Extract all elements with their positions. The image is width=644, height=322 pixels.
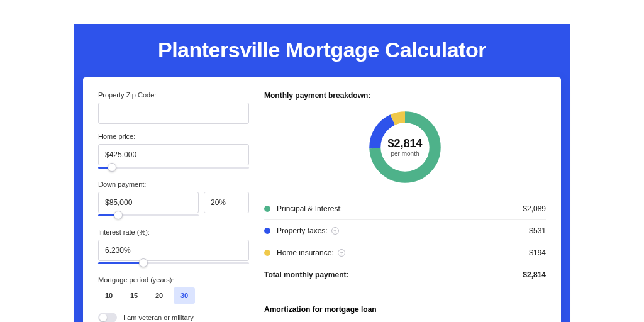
amortization-section: Amortization for mortgage loan Amortizat… — [264, 296, 546, 322]
breakdown-title: Monthly payment breakdown: — [264, 91, 546, 100]
hero-banner: Plantersville Mortgage Calculator Proper… — [74, 24, 570, 322]
total-value: $2,814 — [523, 270, 546, 279]
calculator-card: Property Zip Code: Home price: Down paym… — [83, 77, 561, 322]
period-button-15[interactable]: 15 — [123, 287, 145, 304]
down-payment-slider[interactable] — [98, 212, 199, 219]
line-item-value: $531 — [529, 226, 546, 235]
interest-rate-slider[interactable] — [98, 260, 249, 267]
home-price-slider[interactable] — [98, 164, 249, 172]
form-panel: Property Zip Code: Home price: Down paym… — [98, 91, 249, 322]
page-title: Plantersville Mortgage Calculator — [158, 38, 486, 62]
payment-donut-chart: $2,814 per month — [365, 108, 445, 187]
info-icon[interactable]: ? — [331, 227, 339, 235]
interest-rate-input[interactable] — [98, 240, 249, 261]
line-item-value: $194 — [529, 248, 546, 257]
down-payment-label: Down payment: — [98, 180, 249, 188]
info-icon[interactable]: ? — [338, 249, 345, 257]
veteran-toggle[interactable] — [98, 313, 117, 322]
legend-dot-green — [264, 206, 270, 212]
amortization-title: Amortization for mortgage loan — [264, 305, 546, 314]
legend-dot-blue — [264, 228, 270, 234]
interest-rate-label: Interest rate (%): — [98, 228, 249, 236]
home-price-label: Home price: — [98, 133, 249, 140]
breakdown-panel: Monthly payment breakdown: $2,814 per mo… — [264, 91, 546, 322]
down-payment-input[interactable] — [98, 192, 199, 213]
legend-dot-yellow — [264, 250, 270, 256]
veteran-label: I am veteran or military — [123, 314, 194, 321]
period-button-30[interactable]: 30 — [174, 287, 195, 304]
down-payment-pct-input[interactable] — [204, 192, 249, 213]
line-item-label: Principal & Interest: — [277, 204, 523, 213]
line-item-label: Home insurance:? — [277, 248, 529, 257]
home-price-input[interactable] — [98, 144, 249, 165]
line-item-label: Property taxes:? — [277, 226, 529, 235]
zip-input[interactable] — [98, 103, 249, 124]
period-button-20[interactable]: 20 — [148, 287, 170, 304]
mortgage-period-group: 10152030 — [98, 287, 249, 304]
mortgage-period-label: Mortgage period (years): — [98, 276, 249, 284]
donut-total: $2,814 — [387, 137, 422, 150]
line-item-tax: Property taxes:?$531 — [264, 219, 546, 242]
total-row: Total monthly payment: $2,814 — [264, 264, 546, 286]
donut-sub: per month — [391, 150, 419, 157]
zip-label: Property Zip Code: — [98, 91, 249, 99]
total-label: Total monthly payment: — [264, 270, 523, 279]
line-item-pi: Principal & Interest:$2,089 — [264, 198, 546, 219]
line-item-ins: Home insurance:?$194 — [264, 242, 546, 264]
line-item-value: $2,089 — [523, 204, 546, 213]
period-button-10[interactable]: 10 — [98, 287, 119, 304]
